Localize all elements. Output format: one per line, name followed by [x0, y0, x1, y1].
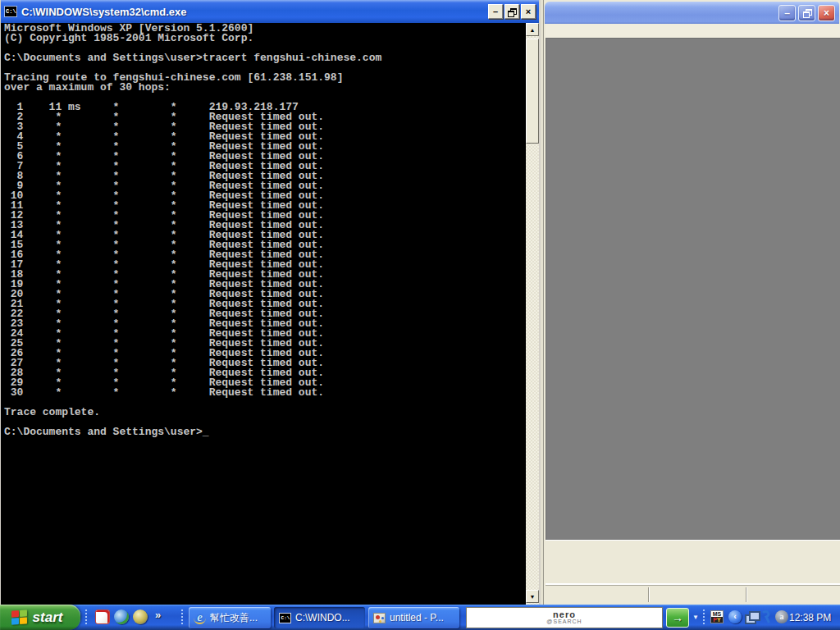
statusbar-divider [648, 587, 650, 602]
taskbar-item-ie[interactable]: e 幫忙改善... [189, 607, 271, 628]
scroll-down-button[interactable]: ▼ [526, 590, 539, 603]
restore-button[interactable] [504, 4, 519, 19]
nero-search-input[interactable]: nero @SEARCH [466, 607, 663, 628]
go-arrow-icon: → [672, 611, 683, 624]
desktop: – × C:\ C:\WINDOWS\system32\cmd.exe – × … [0, 0, 840, 630]
start-button[interactable]: start [0, 605, 80, 630]
close-button[interactable]: × [818, 5, 835, 21]
taskband-drag-handle[interactable] [180, 609, 184, 626]
hide-tray-icons-chevron[interactable]: ‹ [728, 610, 742, 623]
quicklaunch-drag-handle[interactable] [84, 609, 88, 626]
console-scrollbar[interactable]: ▲ ▼ [526, 23, 539, 605]
scrollbar-thumb[interactable] [526, 39, 539, 144]
scroll-up-button[interactable]: ▲ [526, 23, 539, 36]
ime-label-bottom: PY [711, 617, 723, 623]
taskbar-item-cmd[interactable]: C:\ C:\WINDO... [274, 607, 365, 628]
nero-logo: nero [553, 610, 576, 619]
tray-clock[interactable]: 12:38 PM [789, 605, 831, 630]
minimize-button[interactable]: – [778, 5, 796, 21]
messenger-figure-tray-icon[interactable] [760, 610, 774, 623]
windows-flag-icon [11, 609, 28, 625]
paint-icon [373, 613, 386, 623]
taskbar-item-label: C:\WINDO... [295, 612, 350, 623]
background-window-canvas [546, 38, 840, 540]
console-output[interactable]: Microsoft Windows XP [Version 5.1.2600] … [2, 23, 525, 604]
background-window-bottom-panel [546, 540, 840, 583]
msn-globe-icon[interactable] [114, 609, 129, 624]
acrobat-reader-icon[interactable] [95, 609, 110, 624]
background-window-titlebar[interactable]: – × [545, 2, 839, 24]
background-window-statusbar [546, 583, 840, 605]
close-button[interactable]: × [521, 4, 536, 19]
taskbar-item-paint[interactable]: untitled - P... [368, 607, 459, 628]
restore-icon [803, 9, 811, 16]
nero-search-go-button[interactable]: → [666, 608, 689, 628]
taskbar-item-label: untitled - P... [390, 612, 444, 623]
background-window-toolbar [546, 24, 840, 38]
internet-explorer-icon: e [194, 612, 206, 624]
ime-language-tray-icon[interactable]: MS PY [710, 610, 724, 623]
globe-a-tray-icon[interactable]: a [775, 610, 788, 623]
cmd-window-title: C:\WINDOWS\system32\cmd.exe [21, 6, 488, 18]
ime-label-top: MS [711, 611, 723, 617]
minimize-button[interactable]: – [488, 4, 503, 19]
statusbar-divider [746, 587, 747, 602]
cmd-titlebar[interactable]: C:\ C:\WINDOWS\system32\cmd.exe – × [1, 0, 539, 23]
tray-separator-handle [702, 609, 705, 626]
quicklaunch-overflow-chevron[interactable]: » [155, 609, 161, 621]
gold-disc-icon[interactable] [133, 609, 148, 624]
nero-dropdown-caret-icon[interactable]: ▼ [692, 614, 699, 621]
nero-search-watermark: @SEARCH [546, 619, 582, 625]
start-button-label: start [33, 609, 70, 626]
restore-button[interactable] [798, 5, 815, 21]
cmd-app-icon: C:\ [4, 6, 17, 17]
taskbar-item-label: 幫忙改善... [210, 611, 258, 625]
cmd-window[interactable]: C:\ C:\WINDOWS\system32\cmd.exe – × Micr… [0, 0, 541, 605]
restore-icon [508, 8, 516, 16]
cmd-icon: C:\ [279, 613, 291, 623]
background-window[interactable]: – × [541, 0, 840, 605]
